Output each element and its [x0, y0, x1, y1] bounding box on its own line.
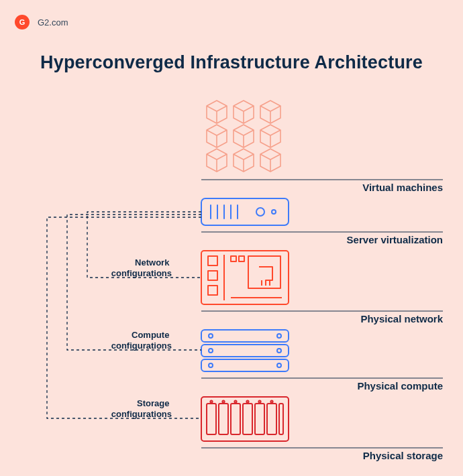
svg-rect-17	[201, 330, 289, 342]
server-virtualization-icon	[201, 198, 289, 225]
svg-rect-28	[219, 404, 228, 434]
svg-rect-15	[248, 256, 280, 288]
svg-rect-9	[208, 256, 217, 265]
svg-rect-13	[231, 256, 236, 261]
svg-point-6	[256, 208, 264, 216]
svg-rect-27	[207, 404, 216, 434]
svg-rect-31	[255, 404, 264, 434]
svg-point-37	[246, 400, 248, 402]
label-server-virtualization: Server virtualization	[347, 234, 443, 245]
config-compute-label: Compute configurations	[111, 330, 172, 351]
svg-point-34	[210, 400, 212, 402]
svg-rect-19	[201, 359, 289, 371]
svg-point-24	[209, 363, 213, 367]
svg-point-7	[272, 210, 276, 214]
label-physical-network: Physical network	[360, 313, 443, 324]
config-network-label: Network configurations	[111, 257, 172, 278]
svg-rect-30	[243, 404, 252, 434]
svg-point-35	[222, 400, 224, 402]
physical-storage-icon	[201, 397, 289, 441]
diagram-canvas: Virtual machines Server virtualization P…	[0, 0, 463, 476]
svg-point-21	[277, 334, 281, 338]
svg-rect-32	[267, 404, 276, 434]
svg-point-25	[277, 363, 281, 367]
label-physical-storage: Physical storage	[363, 450, 443, 461]
svg-point-20	[209, 334, 213, 338]
label-physical-compute: Physical compute	[357, 380, 443, 392]
physical-compute-icon	[201, 330, 289, 371]
label-virtual-machines: Virtual machines	[362, 182, 443, 193]
svg-point-39	[270, 400, 272, 402]
svg-rect-29	[231, 404, 240, 434]
virtual-machines-icon	[207, 101, 280, 172]
svg-rect-14	[239, 256, 244, 261]
config-storage-label: Storage configurations	[111, 398, 172, 419]
connector-storage	[47, 217, 201, 418]
svg-rect-11	[208, 286, 217, 295]
svg-point-22	[209, 349, 213, 353]
svg-point-38	[258, 400, 260, 402]
physical-network-icon	[201, 251, 289, 304]
svg-rect-10	[208, 271, 217, 280]
svg-point-36	[234, 400, 236, 402]
svg-rect-33	[279, 404, 283, 434]
svg-rect-18	[201, 345, 289, 357]
svg-point-23	[277, 349, 281, 353]
